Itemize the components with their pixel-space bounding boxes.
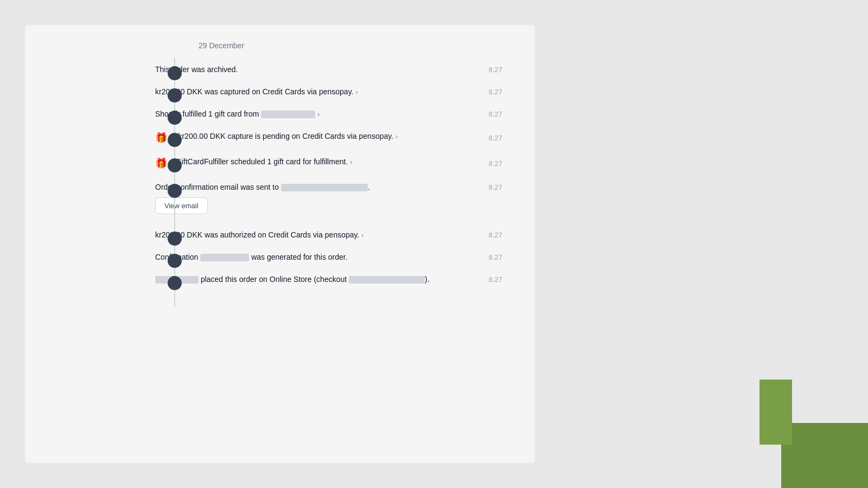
item-time: 8.27: [467, 183, 502, 191]
date-header: 29 December: [25, 41, 535, 59]
timeline-bullet: [168, 254, 182, 268]
chevron-icon: ›: [361, 232, 363, 239]
timeline-bullet: [168, 158, 182, 172]
item-text: Confirmation was generated for this orde…: [155, 252, 467, 263]
item-time: 8.27: [467, 110, 502, 118]
timeline-bullet: [168, 66, 182, 80]
chevron-icon: ›: [350, 158, 352, 166]
item-time: 8.27: [467, 66, 502, 74]
item-time: 8.27: [467, 275, 502, 284]
timeline-item-confirmation-email: Order confirmation email was sent to . 8…: [25, 176, 535, 193]
item-time: 8.27: [467, 231, 502, 239]
gift-emoji: 🎁: [155, 131, 167, 145]
timeline-item-confirmation-generated: Confirmation was generated for this orde…: [25, 246, 535, 268]
item-time: 8.27: [467, 159, 502, 168]
item-text: 🎁 #GiftCardFulfiller scheduled 1 gift ca…: [155, 156, 467, 171]
item-text: This order was archived.: [155, 64, 467, 75]
timeline-bullet: [168, 232, 182, 246]
timeline-item-pending-capture: 🎁 A kr200.00 DKK capture is pending on C…: [25, 125, 535, 151]
redacted-text: [261, 111, 315, 118]
redacted-text: [200, 254, 249, 261]
item-text: kr200.00 DKK was captured on Credit Card…: [155, 86, 467, 98]
timeline-item-placed-order: placed this order on Online Store (check…: [25, 268, 535, 291]
view-email-action-row: View email: [25, 193, 535, 224]
timeline-item-authorized: kr200.00 DKK was authorized on Credit Ca…: [25, 224, 535, 246]
timeline-bullet: [168, 111, 182, 125]
item-text: Order confirmation email was sent to .: [155, 182, 467, 193]
item-time: 8.27: [467, 253, 502, 261]
timeline-item-fulfilled-gift: Shopify fulfilled 1 gift card from › 8.2…: [25, 103, 535, 125]
timeline-bullet: [168, 88, 182, 102]
green-accent-bottom: [781, 423, 868, 488]
item-time: 8.27: [467, 88, 502, 96]
timeline-item-archived: This order was archived. 8.27: [25, 59, 535, 81]
timeline-bullet: [168, 133, 182, 147]
timeline-item-giftcard-fulfiller: 🎁 #GiftCardFulfiller scheduled 1 gift ca…: [25, 151, 535, 176]
timeline-item-captured: kr200.00 DKK was captured on Credit Card…: [25, 81, 535, 103]
item-text: Shopify fulfilled 1 gift card from ›: [155, 108, 467, 120]
view-email-button[interactable]: View email: [155, 197, 208, 214]
item-text: placed this order on Online Store (check…: [155, 274, 467, 285]
green-accent-side: [760, 380, 792, 445]
redacted-text: [349, 276, 425, 284]
timeline-bullet: [168, 276, 182, 290]
redacted-text: [281, 184, 368, 191]
chevron-icon: ›: [355, 88, 358, 96]
chevron-icon: ›: [317, 111, 320, 118]
gift-emoji: 🎁: [155, 156, 167, 171]
chevron-icon: ›: [395, 133, 398, 140]
timeline-bullet: [168, 184, 182, 198]
item-text: kr200.00 DKK was authorized on Credit Ca…: [155, 229, 467, 241]
item-text: 🎁 A kr200.00 DKK capture is pending on C…: [155, 131, 467, 145]
item-time: 8.27: [467, 134, 502, 142]
